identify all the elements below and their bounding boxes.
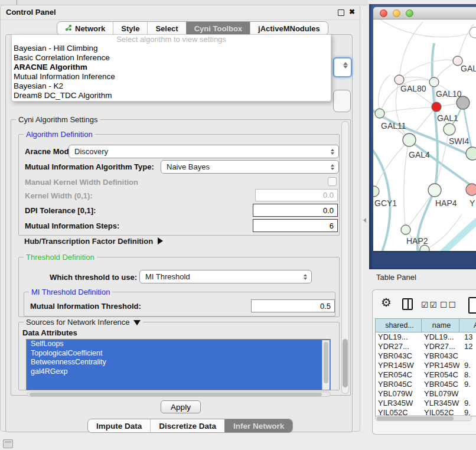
hidden-combo-edge[interactable] [333,90,351,112]
deselect-all-checkboxes-icon[interactable]: ☐☐ [440,300,457,309]
float-window-icon[interactable] [338,9,344,16]
network-node-hap2[interactable] [401,225,410,234]
tab-network[interactable]: Network [57,22,113,35]
tab-cyni-toolbox[interactable]: Cyni Toolbox [186,22,250,35]
table-row[interactable]: YDL19...YDL19...13 [376,332,476,342]
table-row[interactable]: YBL079WYBL079W [376,389,476,399]
list-scrollbar[interactable] [322,340,330,390]
tab-select[interactable]: Select [147,22,185,35]
attribute-list-item[interactable]: BetweennessCentrality [27,358,330,367]
column-layout-icon[interactable] [402,298,413,310]
tab-infer-network[interactable]: Infer Network [224,419,292,432]
mi-algorithm-type-combo[interactable]: Naive Bayes [161,160,339,174]
table-row[interactable]: YDR27...YDR27...12 [376,342,476,351]
network-edge [409,140,476,191]
scrollbar-thumb[interactable] [343,339,348,387]
hub-definition-expander[interactable]: Hub/Transcription Factor Definition [24,237,163,246]
network-node-bottom-node[interactable] [420,245,429,251]
network-node-label: GAL11 [381,121,406,131]
network-node-gal11[interactable] [375,109,384,118]
cyni-algorithm-settings-group: Cyni Algorithm Settings Algorithm Defini… [11,119,351,396]
dpi-tolerance-field[interactable] [253,204,338,217]
gear-icon[interactable]: ⚙ [381,295,392,309]
network-node-swi4[interactable] [444,123,455,135]
algorithm-option[interactable]: Mutual Information Inference [12,72,331,81]
table-cell: YBR043C [376,351,422,361]
table-cell: YDL19... [376,332,422,342]
algorithm-option[interactable]: Bayesian - K2 [12,81,331,91]
network-node-gray-node[interactable] [457,96,470,109]
mi-threshold-field[interactable] [251,299,335,312]
tab-style[interactable]: Style [113,22,147,35]
network-node-label: GAL4 [409,150,430,159]
network-node-pink-right[interactable] [466,184,476,195]
kernel-width-field[interactable] [255,189,338,201]
mi-steps-field[interactable] [253,219,338,232]
network-canvas[interactable]: GAL80GALGAL10GAL1GAL11SWI4GAL4GCY1HAP4YH… [373,19,476,252]
table-row[interactable]: YBR043CYBR043C [376,351,476,361]
tab-label: Discretize Data [159,422,216,431]
table-row[interactable]: YBR045CYBR045C9. [376,380,476,389]
table-row[interactable]: YER054CYER054C8. [376,370,476,380]
attribute-list-item[interactable]: SelfLoops [27,340,330,349]
table-row[interactable]: YLR345WYLR345W9. [376,399,476,408]
tab-impute-data[interactable]: Impute Data [88,419,150,432]
network-node-gal1[interactable] [432,102,441,112]
data-attributes-list[interactable]: SelfLoopsTopologicalCoefficientBetweenne… [26,339,331,390]
tab-label: Cyni Toolbox [194,24,242,33]
algorithm-option-list: Bayesian - Hill ClimbingBasic Correlatio… [12,44,331,100]
network-node-gal80[interactable] [395,75,404,84]
zoom-traffic-light-icon[interactable] [406,9,413,17]
mi-threshold-definition-group: MI Threshold Definition Mutual Informati… [24,292,335,317]
select-all-checkboxes-icon[interactable]: ☑☑ [421,300,438,309]
network-edge [380,107,436,113]
column-header-name[interactable]: name [422,319,459,332]
tab-label: Infer Network [233,422,284,431]
table-body: YDL19...YDL19...13YDR27...YDR27...12YBR0… [376,332,476,416]
which-threshold-combo[interactable]: MI Threshold [139,270,312,283]
tab-discretize-data[interactable]: Discretize Data [150,419,224,432]
manual-kernel-width-checkbox[interactable] [328,177,337,186]
attribute-list-item[interactable]: gal4RGexp [27,367,330,377]
algorithm-option[interactable]: Dream8 DC_TDC Algorithm [12,91,331,100]
network-node-right-green[interactable] [466,147,476,160]
document-icon[interactable] [468,297,476,314]
settings-scrollbar[interactable] [341,121,349,394]
stepper-icon [331,164,334,170]
column-header-shared-name[interactable]: shared... [376,319,422,332]
network-node-label: GAL10 [436,89,462,99]
list-hscrollbar[interactable] [27,392,331,397]
table-row[interactable]: YPR145WYPR145W9. [376,361,476,370]
attribute-list-item[interactable]: TopologicalCoefficient [27,349,330,358]
group-title[interactable]: Sources for Network Inference [24,318,143,327]
network-window-titlebar[interactable] [373,7,476,19]
table-cell: YDL19... [422,332,459,342]
mi-steps-label: Mutual Information Steps: [25,221,119,230]
close-traffic-light-icon[interactable] [380,9,387,17]
panel-divider-collapse-icon[interactable] [363,218,366,223]
tab-jactivemnodules[interactable]: jActiveMNodules [250,22,328,35]
close-icon[interactable]: ✖ [349,8,355,16]
algorithm-selector-combo-edge[interactable] [333,57,352,77]
apply-button[interactable]: Apply [161,400,201,413]
table-cell: YBL079W [376,389,422,399]
table-cell: YPR145W [422,361,459,370]
algorithm-option[interactable]: ARACNE Algorithm [12,63,331,72]
network-node-gcy1[interactable] [373,186,379,197]
table-hscrollbar[interactable] [375,415,472,421]
aracne-mode-combo[interactable]: Discovery [69,145,339,158]
network-node-gal4[interactable] [403,133,416,146]
minimize-traffic-light-icon[interactable] [393,9,400,17]
minimized-panel-icon[interactable] [3,439,13,448]
table-cell: YDR27... [422,342,459,351]
network-edge [380,19,474,37]
column-header-partial[interactable]: A [459,319,476,332]
tab-label: Network [75,24,105,33]
dpi-tolerance-label: DPI Tolerance [0,1]: [25,206,96,215]
network-node-gal10[interactable] [429,77,439,87]
table-cell: YLR345W [422,399,459,408]
algorithm-option[interactable]: Basic Correlation Inference [12,53,331,63]
algorithm-option[interactable]: Bayesian - Hill Climbing [12,44,331,53]
network-node-hap4[interactable] [428,184,441,197]
group-title: Cyni Algorithm Settings [16,115,100,124]
